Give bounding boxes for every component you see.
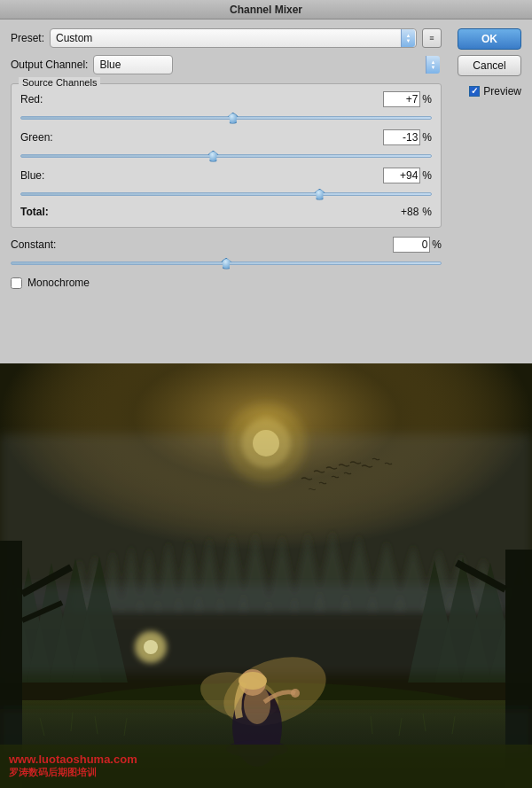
dialog-titlebar: Channel Mixer bbox=[0, 0, 532, 20]
blue-value-input[interactable] bbox=[383, 168, 420, 183]
blue-pct: % bbox=[422, 169, 432, 182]
output-channel-select[interactable]: Red Green Blue bbox=[93, 55, 173, 74]
svg-point-59 bbox=[291, 689, 300, 698]
red-value-input[interactable] bbox=[383, 91, 420, 107]
total-value-wrapper: +88 % bbox=[401, 206, 432, 218]
red-value-wrapper: % bbox=[383, 91, 432, 107]
total-pct: % bbox=[422, 206, 432, 218]
svg-rect-37 bbox=[0, 585, 532, 674]
watermark-text: 罗涛数码后期图培训 bbox=[9, 766, 137, 779]
total-value: +88 bbox=[401, 206, 419, 218]
blue-slider-row: Blue: % bbox=[20, 168, 432, 199]
background-image: www.luotaoshuma.com 罗涛数码后期图培训 bbox=[0, 363, 532, 788]
dialog-right: OK Cancel ✓ Preview bbox=[450, 28, 521, 289]
dialog-body: Preset: Custom Default ≡ Output Channel: bbox=[0, 20, 532, 298]
output-channel-select-wrapper: Red Green Blue bbox=[93, 55, 442, 74]
preview-label: Preview bbox=[483, 85, 521, 98]
red-slider[interactable] bbox=[20, 116, 432, 120]
preview-checkbox[interactable]: ✓ bbox=[469, 86, 480, 97]
green-pct: % bbox=[422, 131, 432, 144]
green-slider-row: Green: % bbox=[20, 129, 432, 160]
source-channels-legend: Source Channels bbox=[19, 77, 100, 88]
green-label-row: Green: % bbox=[20, 129, 432, 145]
preset-row: Preset: Custom Default ≡ bbox=[11, 28, 442, 48]
preset-menu-icon: ≡ bbox=[429, 34, 434, 43]
constant-pct: % bbox=[432, 238, 442, 251]
red-label-row: Red: % bbox=[20, 91, 432, 107]
monochrome-checkbox[interactable] bbox=[11, 277, 22, 289]
svg-point-34 bbox=[253, 430, 279, 456]
channel-mixer-dialog: Channel Mixer Preset: Custom Default ≡ bbox=[0, 0, 532, 363]
green-value-wrapper: % bbox=[383, 129, 432, 145]
constant-slider[interactable] bbox=[11, 261, 442, 265]
green-value-input[interactable] bbox=[383, 129, 420, 145]
blue-label: Blue: bbox=[20, 169, 44, 182]
blue-value-wrapper: % bbox=[383, 168, 432, 183]
green-slider[interactable] bbox=[20, 154, 432, 158]
blue-label-row: Blue: % bbox=[20, 168, 432, 183]
scene-svg bbox=[0, 363, 532, 788]
constant-value-input[interactable] bbox=[393, 237, 430, 253]
constant-section: Constant: % bbox=[11, 237, 442, 268]
green-label: Green: bbox=[20, 131, 53, 144]
output-channel-arrows bbox=[426, 56, 440, 74]
preview-row: ✓ Preview bbox=[469, 85, 521, 98]
constant-label: Constant: bbox=[11, 238, 56, 251]
watermark-url: www.luotaoshuma.com bbox=[9, 753, 137, 766]
constant-value-wrapper: % bbox=[393, 237, 442, 253]
preset-menu-button[interactable]: ≡ bbox=[422, 28, 442, 48]
dialog-left: Preset: Custom Default ≡ Output Channel: bbox=[11, 28, 442, 289]
monochrome-label: Monochrome bbox=[27, 277, 90, 289]
preset-select-wrapper: Custom Default bbox=[50, 28, 417, 48]
total-row: Total: +88 % bbox=[20, 206, 432, 218]
source-channels-box: Source Channels Red: % Green: bbox=[11, 83, 442, 228]
constant-label-row: Constant: % bbox=[11, 237, 442, 253]
watermark: www.luotaoshuma.com 罗涛数码后期图培训 bbox=[9, 753, 137, 779]
red-pct: % bbox=[422, 93, 432, 105]
red-label: Red: bbox=[20, 93, 43, 105]
preset-select[interactable]: Custom Default bbox=[50, 28, 417, 48]
ok-button[interactable]: OK bbox=[458, 28, 521, 50]
total-label: Total: bbox=[20, 206, 49, 218]
output-channel-row: Output Channel: Red Green Blue bbox=[11, 55, 442, 74]
monochrome-row: Monochrome bbox=[11, 277, 442, 289]
output-channel-label: Output Channel: bbox=[11, 59, 88, 71]
blue-slider[interactable] bbox=[20, 192, 432, 196]
preset-label: Preset: bbox=[11, 32, 44, 44]
checkmark-icon: ✓ bbox=[471, 87, 478, 96]
red-slider-row: Red: % bbox=[20, 91, 432, 122]
dialog-title: Channel Mixer bbox=[230, 4, 302, 16]
cancel-button[interactable]: Cancel bbox=[458, 55, 521, 76]
